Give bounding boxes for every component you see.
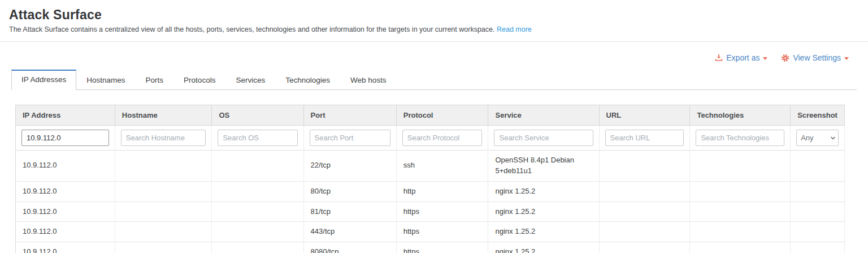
cell-url	[599, 151, 690, 182]
tab-ip-addresses[interactable]: IP Addresses	[11, 70, 76, 90]
column-header-port[interactable]: Port	[303, 105, 396, 126]
screenshot-filter-select-wrap: Any	[796, 134, 839, 142]
tab-web-hosts[interactable]: Web hosts	[340, 70, 397, 90]
cell-port: 8080/tcp	[303, 242, 396, 253]
cell-screenshot	[791, 222, 845, 242]
cell-service: OpenSSH 8.4p1 Debian 5+deb11u1	[488, 151, 599, 182]
cell-ip-address: 10.9.112.0	[16, 222, 115, 242]
column-header-protocol[interactable]: Protocol	[396, 105, 488, 126]
tab-bar: IP AddressesHostnamesPortsProtocolsServi…	[11, 70, 857, 90]
technologies-filter-input[interactable]	[696, 130, 784, 146]
filter-cell-url	[599, 126, 690, 151]
filter-cell-ip-address	[16, 126, 115, 151]
hostname-filter-input[interactable]	[121, 130, 206, 146]
protocol-filter-input[interactable]	[402, 130, 483, 146]
table-body: 10.9.112.022/tcpsshOpenSSH 8.4p1 Debian …	[16, 151, 845, 253]
cell-hostname	[115, 151, 212, 182]
table-header-row: IP AddressHostnameOSPortProtocolServiceU…	[16, 105, 845, 126]
cell-service: nginx 1.25.2	[488, 222, 599, 242]
os-filter-input[interactable]	[218, 130, 297, 146]
table-row: 10.9.112.081/tcphttpsnginx 1.25.2	[16, 201, 845, 222]
url-filter-input[interactable]	[605, 130, 684, 146]
cell-ip-address: 10.9.112.0	[16, 151, 115, 182]
export-as-button[interactable]: Export as	[715, 53, 767, 62]
column-header-os[interactable]: OS	[212, 105, 303, 126]
filter-cell-screenshot: Any	[791, 126, 845, 151]
cell-port: 80/tcp	[303, 181, 396, 201]
page-subtitle: The Attack Surface contains a centralize…	[9, 25, 859, 33]
screenshot-filter-select[interactable]: Any	[796, 130, 839, 146]
cell-url	[599, 222, 690, 242]
table-row: 10.9.112.0443/tcphttpsnginx 1.25.2	[16, 222, 845, 242]
cell-technologies	[690, 151, 791, 182]
filter-cell-technologies	[690, 126, 791, 151]
column-header-service[interactable]: Service	[488, 105, 599, 126]
cell-port: 443/tcp	[303, 222, 396, 242]
cell-protocol: https	[396, 201, 488, 222]
filter-cell-os	[212, 126, 303, 151]
cell-url	[599, 201, 690, 222]
filter-cell-protocol	[396, 126, 488, 151]
tab-ports[interactable]: Ports	[136, 70, 174, 90]
column-header-screenshot[interactable]: Screenshot	[791, 105, 845, 126]
cell-technologies	[690, 242, 791, 253]
column-header-url[interactable]: URL	[599, 105, 690, 126]
filter-cell-hostname	[115, 126, 212, 151]
read-more-link[interactable]: Read more	[497, 25, 532, 33]
cell-url	[599, 181, 690, 201]
cell-os	[212, 201, 303, 222]
cell-port: 22/tcp	[303, 151, 396, 182]
cell-hostname	[115, 201, 212, 222]
filter-cell-service	[488, 126, 599, 151]
cell-service: nginx 1.25.2	[488, 201, 599, 222]
download-icon	[715, 54, 723, 62]
tab-protocols[interactable]: Protocols	[173, 70, 225, 90]
cell-service: nginx 1.25.2	[488, 242, 599, 253]
cell-hostname	[115, 242, 212, 253]
cell-protocol: ssh	[396, 151, 488, 182]
cell-screenshot	[791, 151, 845, 182]
cell-technologies	[690, 201, 791, 222]
cell-os	[212, 181, 303, 201]
view-settings-button[interactable]: View Settings	[781, 53, 849, 62]
column-header-technologies[interactable]: Technologies	[690, 105, 791, 126]
cell-service: nginx 1.25.2	[488, 181, 599, 201]
table-filter-row: Any	[16, 126, 845, 151]
cell-hostname	[115, 222, 212, 242]
attack-surface-table: IP AddressHostnameOSPortProtocolServiceU…	[15, 105, 845, 253]
ip-address-filter-input[interactable]	[21, 130, 109, 146]
page-header: Attack Surface The Attack Surface contai…	[0, 0, 868, 33]
cell-os	[212, 222, 303, 242]
chevron-down-icon	[763, 57, 767, 60]
cell-screenshot	[791, 201, 845, 222]
service-filter-input[interactable]	[494, 130, 593, 146]
chevron-down-icon	[844, 57, 849, 60]
cell-ip-address: 10.9.112.0	[16, 201, 115, 222]
cell-hostname	[115, 181, 212, 201]
tab-services[interactable]: Services	[225, 70, 275, 90]
port-filter-input[interactable]	[310, 130, 390, 146]
page-title: Attack Surface	[9, 7, 859, 23]
cell-url	[599, 242, 690, 253]
table-row: 10.9.112.022/tcpsshOpenSSH 8.4p1 Debian …	[16, 151, 845, 182]
toolbar: Export as View Settings	[0, 42, 868, 62]
tab-technologies[interactable]: Technologies	[275, 70, 340, 90]
column-header-ip-address[interactable]: IP Address	[16, 105, 115, 126]
column-header-hostname[interactable]: Hostname	[115, 105, 212, 126]
cell-screenshot	[791, 242, 845, 253]
cell-technologies	[690, 181, 791, 201]
cell-technologies	[690, 222, 791, 242]
filter-cell-port	[303, 126, 396, 151]
gear-icon	[781, 54, 789, 62]
cell-protocol: https	[396, 222, 488, 242]
cell-protocol: http	[396, 181, 488, 201]
cell-ip-address: 10.9.112.0	[16, 181, 115, 201]
cell-screenshot	[791, 181, 845, 201]
cell-os	[212, 242, 303, 253]
tab-hostnames[interactable]: Hostnames	[76, 70, 135, 90]
page-subtitle-text: The Attack Surface contains a centralize…	[9, 25, 494, 33]
attack-surface-table-wrap: IP AddressHostnameOSPortProtocolServiceU…	[15, 105, 845, 253]
table-row: 10.9.112.08080/tcphttpsnginx 1.25.2	[16, 242, 845, 253]
cell-os	[212, 151, 303, 182]
cell-protocol: https	[396, 242, 488, 253]
